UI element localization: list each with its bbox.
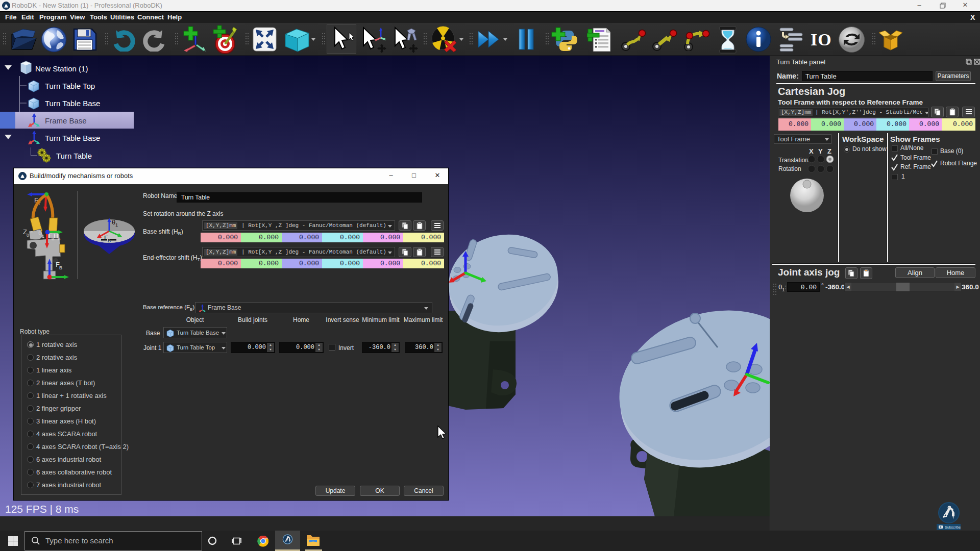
svg-text:=: = [29,228,33,236]
svg-text:B: B [108,238,111,243]
svg-text:B: B [58,237,60,241]
svg-text:Subscribe: Subscribe [945,525,961,529]
svg-text:1: 1 [42,234,44,239]
svg-text:1: 1 [115,222,118,228]
svg-text:B: B [59,265,62,270]
